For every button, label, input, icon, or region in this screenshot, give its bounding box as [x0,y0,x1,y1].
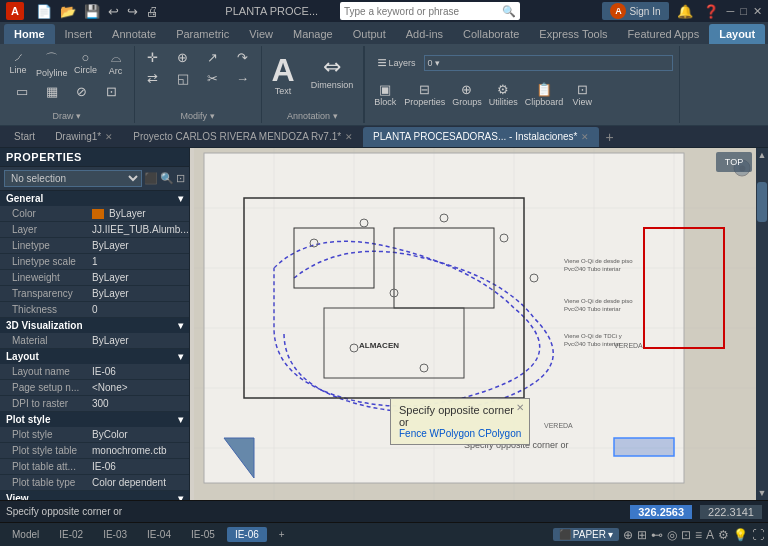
prop-pagesetup-value[interactable]: <None> [92,382,183,393]
section-3d-header[interactable]: 3D Visualization ▾ [0,318,189,333]
prop-layoutname-value[interactable]: IE-06 [92,366,183,377]
tab-insert[interactable]: Insert [55,24,103,44]
lineweight-icon[interactable]: ≡ [695,528,702,542]
prop-plotatt-value[interactable]: IE-06 [92,461,183,472]
tab-parametric[interactable]: Parametric [166,24,239,44]
fullscreen-icon[interactable]: ⛶ [752,528,764,542]
save-button[interactable]: 💾 [82,3,102,20]
prop-plotstyle-value[interactable]: ByColor [92,429,183,440]
tab-manage[interactable]: Manage [283,24,343,44]
block-tool[interactable]: ▣Block [371,80,399,109]
tab-output[interactable]: Output [343,24,396,44]
signin-button[interactable]: A Sign In [602,2,668,20]
layout-tab-ie02[interactable]: IE-02 [51,527,91,542]
prop-linetype-value[interactable]: ByLayer [92,240,183,251]
rotate-tool[interactable]: ↷ [229,48,257,67]
section-view-header[interactable]: View ▾ [0,491,189,500]
layout-tab-ie03[interactable]: IE-03 [95,527,135,542]
open-button[interactable]: 📂 [58,3,78,20]
doc-tab-drawing1[interactable]: Drawing1* ✕ [45,127,123,147]
utilities-tool[interactable]: ⚙Utilities [487,80,520,109]
tab-featuredapps[interactable]: Featured Apps [618,24,710,44]
doc-tab-new[interactable]: + [599,127,619,147]
isolate-icon[interactable]: 💡 [733,528,748,542]
scale-tool[interactable]: ◱ [169,69,197,88]
grid-icon[interactable]: ⊞ [637,528,647,542]
groups-tool[interactable]: ⊕Groups [450,80,484,109]
doc-tab-proyecto-close[interactable]: ✕ [345,132,353,142]
properties-tool[interactable]: ⊟Properties [402,80,447,109]
scroll-up-button[interactable]: ▲ [756,148,768,162]
scrollbar-thumb[interactable] [757,182,767,222]
doc-tab-proyecto[interactable]: Proyecto CARLOS RIVERA MENDOZA Rv7.1* ✕ [123,127,363,147]
workspace-icon[interactable]: ⚙ [718,528,729,542]
layer-dropdown[interactable]: 0 ▾ [424,55,674,71]
new-button[interactable]: 📄 [34,3,54,20]
circle-tool[interactable]: ○Circle [72,48,100,80]
drawing-area[interactable]: ALMACEN VEREDA VEREDA [190,148,768,500]
close-button[interactable]: ✕ [753,5,762,18]
help-icon[interactable]: ❓ [701,3,721,20]
layout-tab-model[interactable]: Model [4,527,47,542]
tab-annotate[interactable]: Annotate [102,24,166,44]
prop-material-value[interactable]: ByLayer [92,335,183,346]
trim-tool[interactable]: ✂ [199,69,227,88]
gradient-tool[interactable]: ⊘ [68,82,96,101]
osnap-icon[interactable]: ⊡ [681,528,691,542]
prop-lineweight-value[interactable]: ByLayer [92,272,183,283]
arc-tool[interactable]: ⌓Arc [102,48,130,80]
annotscale-icon[interactable]: A [706,528,714,542]
cmd-close-icon[interactable]: ✕ [516,402,524,413]
extend-tool[interactable]: → [229,69,257,88]
prop-plottabletype-value[interactable]: Color dependent [92,477,183,488]
prop-icon-1[interactable]: ⬛ [144,172,158,185]
tab-view[interactable]: View [239,24,283,44]
prop-thickness-value[interactable]: 0 [92,304,183,315]
tab-addins[interactable]: Add-ins [396,24,453,44]
polar-icon[interactable]: ◎ [667,528,677,542]
doc-tab-planta[interactable]: PLANTA PROCESADORAS... - Instalaciones* … [363,127,599,147]
selection-dropdown[interactable]: No selection [4,170,142,187]
prop-icon-3[interactable]: ⊡ [176,172,185,185]
section-general-header[interactable]: General ▾ [0,191,189,206]
layers-tool[interactable]: ≡ Layers [371,52,421,74]
layout-tab-ie06[interactable]: IE-06 [227,527,267,542]
prop-linescale-value[interactable]: 1 [92,256,183,267]
view-tool[interactable]: ⊡View [568,80,596,109]
move-tool[interactable]: ✛ [139,48,167,67]
doc-tab-start[interactable]: Start [4,127,45,147]
section-plotstyle-header[interactable]: Plot style ▾ [0,412,189,427]
vscrollbar[interactable]: ▲ ▼ [756,148,768,500]
ortho-icon[interactable]: ⊷ [651,528,663,542]
tab-collaborate[interactable]: Collaborate [453,24,529,44]
search-input[interactable] [344,6,502,17]
prop-icon-2[interactable]: 🔍 [160,172,174,185]
line-tool[interactable]: ⟋Line [4,48,32,80]
communication-center-icon[interactable]: 🔔 [675,3,695,20]
maximize-button[interactable]: □ [740,5,747,17]
tab-expresstools[interactable]: Express Tools [529,24,617,44]
redo-button[interactable]: ↪ [125,3,140,20]
boundary-tool[interactable]: ⊡ [98,82,126,101]
rectangle-tool[interactable]: ▭ [8,82,36,101]
text-tool[interactable]: A Text [266,52,301,98]
clipboard-tool[interactable]: 📋Clipboard [523,80,566,109]
prop-plottable-value[interactable]: monochrome.ctb [92,445,183,456]
doc-tab-planta-close[interactable]: ✕ [581,132,589,142]
undo-button[interactable]: ↩ [106,3,121,20]
tab-layout[interactable]: Layout [709,24,765,44]
prop-transparency-value[interactable]: ByLayer [92,288,183,299]
viewcube[interactable]: TOP [716,152,752,172]
section-layout-header[interactable]: Layout ▾ [0,349,189,364]
scroll-down-button[interactable]: ▼ [756,486,768,500]
tab-home[interactable]: Home [4,24,55,44]
paper-button[interactable]: ⬛ PAPER ▾ [553,528,619,541]
prop-dpi-value[interactable]: 300 [92,398,183,409]
stretch-tool[interactable]: ↗ [199,48,227,67]
layout-tab-ie05[interactable]: IE-05 [183,527,223,542]
plot-button[interactable]: 🖨 [144,3,161,20]
mirror-tool[interactable]: ⇄ [139,69,167,88]
polyline-tool[interactable]: ⌒Polyline [34,48,70,80]
prop-layer-value[interactable]: JJ.IIEE_TUB.Alumb... [92,224,189,235]
minimize-button[interactable]: ─ [727,5,735,17]
